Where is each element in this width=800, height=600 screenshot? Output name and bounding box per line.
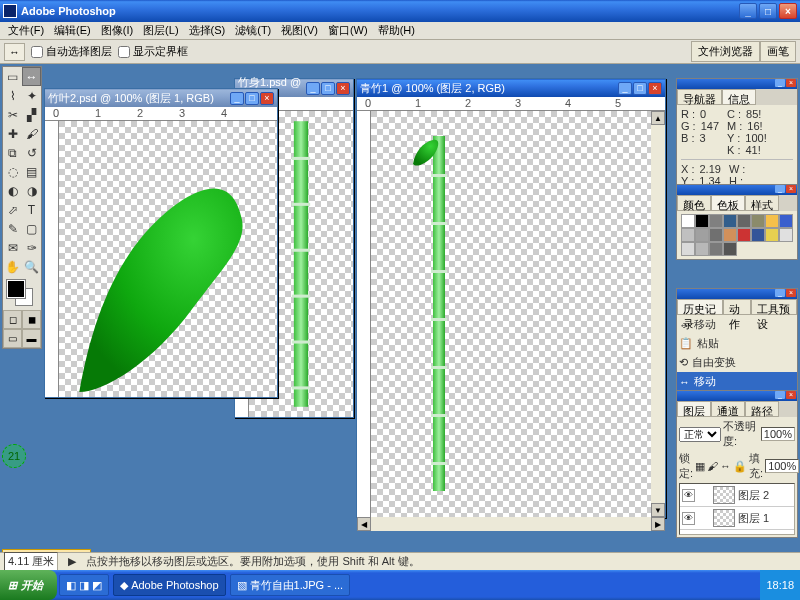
swatch-5[interactable] xyxy=(751,214,765,228)
minimize-button[interactable]: _ xyxy=(739,3,757,19)
layer-row-0[interactable]: 👁图层 2 xyxy=(680,484,794,507)
swatch-10[interactable] xyxy=(709,228,723,242)
gradient-tool[interactable]: ▤ xyxy=(22,162,41,181)
foreground-background-colors[interactable] xyxy=(3,276,41,310)
swatch-19[interactable] xyxy=(723,242,737,256)
doc3-canvas[interactable] xyxy=(371,111,651,517)
tab-color[interactable]: 颜色 xyxy=(677,195,711,211)
swatch-6[interactable] xyxy=(765,214,779,228)
menu-window[interactable]: 窗口(W) xyxy=(324,21,372,40)
doc3-min[interactable]: _ xyxy=(618,82,632,95)
lay-min[interactable]: _ xyxy=(775,391,785,399)
foreground-color[interactable] xyxy=(7,280,25,298)
pen-tool[interactable]: ✎ xyxy=(3,219,22,238)
maximize-button[interactable]: □ xyxy=(759,3,777,19)
blend-mode-select[interactable]: 正常 xyxy=(679,427,721,442)
file-browser-tab[interactable]: 文件浏览器 xyxy=(691,41,760,62)
tab-layers[interactable]: 图层 xyxy=(677,401,711,417)
brush-tool[interactable]: 🖌 xyxy=(22,124,41,143)
lasso-tool[interactable]: ⌇ xyxy=(3,86,22,105)
document-green-bamboo[interactable]: 青竹1 @ 100% (图层 2, RGB) _□× 012345 ▲▼ ◀▶ xyxy=(356,78,666,518)
lock-pos-icon[interactable]: ↔ xyxy=(720,460,731,472)
tab-history[interactable]: 历史记录 xyxy=(677,299,723,315)
swatch-4[interactable] xyxy=(737,214,751,228)
swatch-1[interactable] xyxy=(695,214,709,228)
path-tool[interactable]: ⬀ xyxy=(3,200,22,219)
swatch-18[interactable] xyxy=(709,242,723,256)
tab-actions[interactable]: 动作 xyxy=(723,299,752,315)
menu-help[interactable]: 帮助(H) xyxy=(374,21,419,40)
menu-select[interactable]: 选择(S) xyxy=(185,21,230,40)
screenmode-full-icon[interactable]: ▬ xyxy=(22,329,41,348)
doc1-max[interactable]: □ xyxy=(245,92,259,105)
marquee-tool[interactable]: ▭ xyxy=(3,67,22,86)
tab-toolpresets[interactable]: 工具预设 xyxy=(751,299,797,315)
stamp-tool[interactable]: ⧉ xyxy=(3,143,22,162)
standard-mode-icon[interactable]: ◻ xyxy=(3,310,22,329)
document-leaf[interactable]: 竹叶2.psd @ 100% (图层 1, RGB) _□× 01234 xyxy=(44,88,278,398)
col-min[interactable]: _ xyxy=(775,185,785,193)
swatch-12[interactable] xyxy=(737,228,751,242)
opacity-value[interactable]: 100% xyxy=(761,427,795,441)
tab-styles[interactable]: 样式 xyxy=(745,195,779,211)
swatch-13[interactable] xyxy=(751,228,765,242)
doc3-hscroll[interactable]: ◀▶ xyxy=(357,517,665,531)
nav-close[interactable]: × xyxy=(786,79,796,87)
fill-value[interactable]: 100% xyxy=(765,459,799,473)
lock-all-icon[interactable]: 🔒 xyxy=(733,460,747,473)
doc2-min[interactable]: _ xyxy=(306,82,320,95)
zoom-tool[interactable]: 🔍 xyxy=(22,257,41,276)
menu-layer[interactable]: 图层(L) xyxy=(139,21,182,40)
swatch-8[interactable] xyxy=(681,228,695,242)
show-bounds-checkbox[interactable]: 显示定界框 xyxy=(118,44,188,59)
swatch-7[interactable] xyxy=(779,214,793,228)
swatch-11[interactable] xyxy=(723,228,737,242)
doc3-vscroll[interactable]: ▲▼ xyxy=(651,111,665,517)
history-brush-tool[interactable]: ↺ xyxy=(22,143,41,162)
hist-close[interactable]: × xyxy=(786,289,796,297)
swatch-14[interactable] xyxy=(765,228,779,242)
doc1-close[interactable]: × xyxy=(260,92,274,105)
status-zoom[interactable]: 4.11 厘米 xyxy=(4,552,58,571)
swatch-9[interactable] xyxy=(695,228,709,242)
layer-row-1[interactable]: 👁图层 1 xyxy=(680,507,794,530)
task-photoshop[interactable]: ◆Adobe Photoshop xyxy=(113,574,225,596)
history-step-3[interactable]: ↔移动 xyxy=(677,372,797,391)
menu-edit[interactable]: 编辑(E) xyxy=(50,21,95,40)
heal-tool[interactable]: ✚ xyxy=(3,124,22,143)
slice-tool[interactable]: ▞ xyxy=(22,105,41,124)
crop-tool[interactable]: ✂ xyxy=(3,105,22,124)
quicklaunch[interactable]: ◧ ◨ ◩ xyxy=(59,574,109,596)
lock-trans-icon[interactable]: ▦ xyxy=(695,460,705,473)
doc3-max[interactable]: □ xyxy=(633,82,647,95)
visibility-icon[interactable]: 👁 xyxy=(682,512,695,525)
task-image[interactable]: ▧青竹自由1.JPG - ... xyxy=(230,574,351,596)
tab-paths[interactable]: 路径 xyxy=(745,401,779,417)
swatch-16[interactable] xyxy=(681,242,695,256)
col-close[interactable]: × xyxy=(786,185,796,193)
wand-tool[interactable]: ✦ xyxy=(22,86,41,105)
doc3-close[interactable]: × xyxy=(648,82,662,95)
nav-min[interactable]: _ xyxy=(775,79,785,87)
menu-view[interactable]: 视图(V) xyxy=(277,21,322,40)
swatch-15[interactable] xyxy=(779,228,793,242)
doc2-max[interactable]: □ xyxy=(321,82,335,95)
hand-tool[interactable]: ✋ xyxy=(3,257,22,276)
lay-close[interactable]: × xyxy=(786,391,796,399)
swatch-17[interactable] xyxy=(695,242,709,256)
swatch-2[interactable] xyxy=(709,214,723,228)
brushes-tab[interactable]: 画笔 xyxy=(760,41,796,62)
swatch-0[interactable] xyxy=(681,214,695,228)
start-button[interactable]: ⊞开始 xyxy=(0,570,57,600)
shape-tool[interactable]: ▢ xyxy=(22,219,41,238)
blur-tool[interactable]: ◐ xyxy=(3,181,22,200)
swatch-3[interactable] xyxy=(723,214,737,228)
close-button[interactable]: × xyxy=(779,3,797,19)
dodge-tool[interactable]: ◑ xyxy=(22,181,41,200)
type-tool[interactable]: T xyxy=(22,200,41,219)
history-step-1[interactable]: 📋粘贴 xyxy=(677,334,797,353)
menu-file[interactable]: 文件(F) xyxy=(4,21,48,40)
history-step-2[interactable]: ⟲自由变换 xyxy=(677,353,797,372)
doc2-close[interactable]: × xyxy=(336,82,350,95)
move-tool[interactable]: ↔ xyxy=(22,67,41,86)
